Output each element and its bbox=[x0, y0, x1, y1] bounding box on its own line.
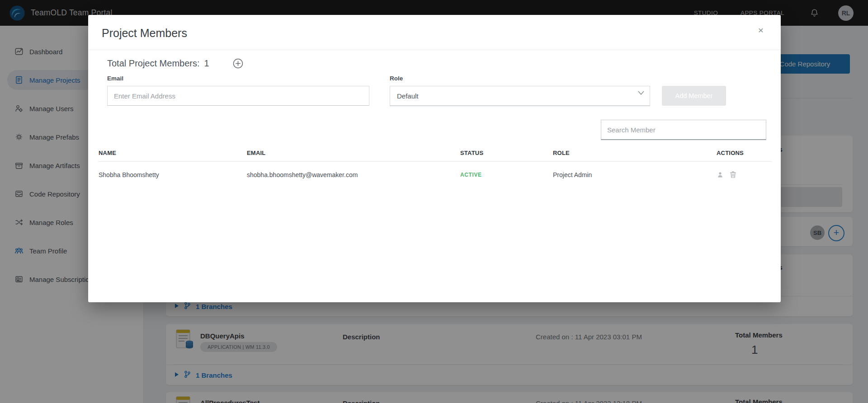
role-label: Role bbox=[390, 75, 650, 82]
column-header-name: NAME bbox=[99, 150, 247, 156]
status-badge: ACTIVE bbox=[460, 172, 553, 178]
column-header-role: ROLE bbox=[553, 150, 717, 156]
modal-header: Project Members × bbox=[88, 15, 781, 50]
email-input[interactable] bbox=[107, 86, 369, 106]
member-name: Shobha Bhoomshetty bbox=[99, 171, 247, 178]
column-header-actions: ACTIONS bbox=[717, 150, 772, 156]
add-member-form: Email Role Default Add Member bbox=[107, 75, 762, 106]
member-email: shobha.bhoomshetty@wavemaker.com bbox=[247, 171, 460, 178]
total-project-members-value: 1 bbox=[204, 58, 209, 69]
member-role: Project Admin bbox=[553, 171, 717, 178]
members-table: NAME EMAIL STATUS ROLE ACTIONS Shobha Bh… bbox=[99, 150, 772, 178]
column-header-email: EMAIL bbox=[247, 150, 460, 156]
total-project-members-label: Total Project Members: bbox=[107, 58, 200, 69]
close-icon[interactable]: × bbox=[758, 25, 764, 36]
add-member-button[interactable]: Add Member bbox=[662, 86, 726, 106]
search-row bbox=[103, 120, 766, 140]
table-row: Shobha Bhoomshetty shobha.bhoomshetty@wa… bbox=[99, 162, 772, 178]
chevron-down-icon bbox=[638, 89, 644, 96]
modal-title: Project Members bbox=[102, 27, 187, 39]
email-label: Email bbox=[107, 75, 369, 82]
role-selected-value: Default bbox=[397, 92, 419, 100]
column-header-status: STATUS bbox=[460, 150, 553, 156]
role-select[interactable]: Default bbox=[390, 86, 650, 106]
circle-plus-icon[interactable] bbox=[233, 58, 243, 69]
search-member-input[interactable] bbox=[601, 120, 766, 140]
total-members-row: Total Project Members: 1 bbox=[107, 58, 762, 69]
members-table-header: NAME EMAIL STATUS ROLE ACTIONS bbox=[99, 150, 772, 162]
user-action-icon[interactable] bbox=[717, 171, 724, 178]
project-members-modal: Project Members × Total Project Members:… bbox=[88, 15, 781, 302]
delete-icon[interactable] bbox=[730, 171, 736, 178]
